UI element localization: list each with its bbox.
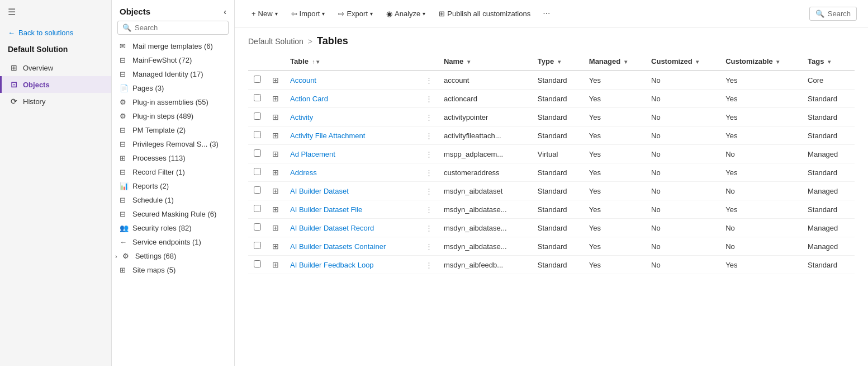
row-checkbox-7[interactable] [248,200,267,219]
row-table-name-6[interactable]: AI Builder Dataset [284,182,420,200]
objects-item-schedule[interactable]: ⊟ Schedule (1) ··· [112,193,234,207]
row-checkbox-0[interactable] [248,71,267,90]
row-table-name-5[interactable]: Address [284,163,420,182]
col-header-table[interactable]: Table ↑ ▾ [284,53,420,71]
row-table-name-7[interactable]: AI Builder Dataset File [284,200,420,219]
objects-item-processes[interactable]: ⊞ Processes (113) ··· [112,151,234,165]
objects-item-label-reports: Reports (2) [132,182,219,190]
row-more-4[interactable]: ⋮ [420,145,438,163]
sidebar-item-overview[interactable]: ⊞ Overview [0,59,111,76]
row-checkbox-input-1[interactable] [254,94,261,101]
reports-icon: 📊 [120,182,129,190]
row-customizable-9: No [720,237,802,256]
row-checkbox-6[interactable] [248,182,267,200]
objects-item-secured-masking[interactable]: ⊟ Secured Masking Rule (6) ··· [112,207,234,221]
row-more-10[interactable]: ⋮ [420,256,438,274]
row-checkbox-input-6[interactable] [254,186,261,194]
objects-item-plugin-assemblies[interactable]: ⚙ Plug-in assemblies (55) ··· [112,95,234,109]
row-more-5[interactable]: ⋮ [420,163,438,182]
row-checkbox-10[interactable] [248,256,267,274]
row-checkbox-input-3[interactable] [254,131,261,138]
objects-search-box[interactable]: 🔍 [117,21,229,35]
row-checkbox-input-5[interactable] [254,168,261,175]
site-maps-icon: ⊞ [120,266,129,274]
collapse-icon[interactable]: ‹ [224,7,226,16]
analyze-button[interactable]: ◉ Analyze ▾ [381,7,431,21]
row-checkbox-input-2[interactable] [254,112,261,120]
hamburger-icon[interactable]: ☰ [0,0,111,24]
objects-item-reports[interactable]: 📊 Reports (2) ··· [112,179,234,193]
col-header-type[interactable]: Type ▾ [532,53,584,71]
row-table-name-3[interactable]: Activity File Attachment [284,126,420,145]
row-table-name-4[interactable]: Ad Placement [284,145,420,163]
objects-item-pages[interactable]: 📄 Pages (3) ··· [112,81,234,95]
back-to-solutions-link[interactable]: ← Back to solutions [0,24,111,41]
row-managed-1: Yes [584,90,646,108]
objects-item-service-endpoints[interactable]: ← Service endpoints (1) ··· [112,235,234,249]
objects-item-settings[interactable]: ›⚙ Settings (68) ··· [112,249,234,263]
table-grid-icon-0: ⊞ [272,76,279,85]
objects-item-mainfewshot[interactable]: ⊟ MainFewShot (72) ··· [112,53,234,67]
row-more-0[interactable]: ⋮ [420,71,438,90]
row-checkbox-2[interactable] [248,108,267,126]
row-table-icon-9: ⊞ [267,237,284,256]
mail-merge-icon: ✉ [120,42,129,50]
col-header-customized[interactable]: Customized ▾ [646,53,720,71]
row-checkbox-3[interactable] [248,126,267,145]
table-row: ⊞ Action Card ⋮ actioncard Standard Yes … [248,90,855,108]
row-more-3[interactable]: ⋮ [420,126,438,145]
row-checkbox-1[interactable] [248,90,267,108]
import-button[interactable]: ⇦ Import ▾ [286,7,331,21]
row-more-9[interactable]: ⋮ [420,237,438,256]
row-table-name-9[interactable]: AI Builder Datasets Container [284,237,420,256]
breadcrumb-parent[interactable]: Default Solution [248,37,303,46]
sidebar-item-objects[interactable]: ⊡ Objects [0,76,111,93]
row-more-2[interactable]: ⋮ [420,108,438,126]
row-table-name-0[interactable]: Account [284,71,420,90]
publish-button[interactable]: ⊞ Publish all customizations [433,7,536,21]
row-more-6[interactable]: ⋮ [420,182,438,200]
objects-item-privileges-removal[interactable]: ⊟ Privileges Removal S... (3) ··· [112,137,234,151]
row-table-name-2[interactable]: Activity [284,108,420,126]
col-header-name[interactable]: Name ▾ [438,53,532,71]
row-checkbox-8[interactable] [248,219,267,237]
objects-item-record-filter[interactable]: ⊟ Record Filter (1) ··· [112,165,234,179]
col-header-customizable[interactable]: Customizable ▾ [720,53,802,71]
row-more-8[interactable]: ⋮ [420,219,438,237]
export-label: Export [347,10,368,18]
sidebar-item-history[interactable]: ⟳ History [0,93,111,110]
objects-item-mail-merge[interactable]: ✉ Mail merge templates (6) ··· [112,39,234,53]
objects-search-input[interactable] [135,24,224,32]
objects-item-managed-identity[interactable]: ⊟ Managed Identity (17) ··· [112,67,234,81]
row-checkbox-input-0[interactable] [254,76,261,83]
new-button[interactable]: + New ▾ [246,7,283,21]
row-checkbox-input-8[interactable] [254,223,261,231]
row-checkbox-input-9[interactable] [254,242,261,249]
objects-item-pm-template[interactable]: ⊟ PM Template (2) ··· [112,123,234,137]
objects-item-plugin-steps[interactable]: ⚙ Plug-in steps (489) ··· [112,109,234,123]
objects-icon: ⊡ [10,80,18,89]
row-checkbox-4[interactable] [248,145,267,163]
more-button[interactable]: ··· [538,6,554,21]
row-table-name-8[interactable]: AI Builder Dataset Record [284,219,420,237]
row-checkbox-9[interactable] [248,237,267,256]
objects-item-security-roles[interactable]: 👥 Security roles (82) ··· [112,221,234,235]
left-sidebar: ☰ ← Back to solutions Default Solution ⊞… [0,0,112,366]
row-checkbox-input-4[interactable] [254,149,261,157]
col-header-icon [267,53,284,71]
col-header-managed[interactable]: Managed ▾ [584,53,646,71]
overview-icon: ⊞ [10,63,18,72]
row-checkbox-5[interactable] [248,163,267,182]
export-button[interactable]: ⇨ Export ▾ [333,7,378,21]
row-table-name-1[interactable]: Action Card [284,90,420,108]
objects-item-site-maps[interactable]: ⊞ Site maps (5) ··· [112,263,234,277]
row-more-7[interactable]: ⋮ [420,200,438,219]
toolbar-search-box[interactable]: 🔍 Search [809,7,857,21]
row-checkbox-input-7[interactable] [254,205,261,212]
col-header-tags[interactable]: Tags ▾ [802,53,855,71]
row-table-icon-4: ⊞ [267,145,284,163]
row-more-1[interactable]: ⋮ [420,90,438,108]
objects-item-label-mail-merge: Mail merge templates (6) [132,42,219,50]
row-checkbox-input-10[interactable] [254,260,261,268]
row-table-name-10[interactable]: AI Builder Feedback Loop [284,256,420,274]
